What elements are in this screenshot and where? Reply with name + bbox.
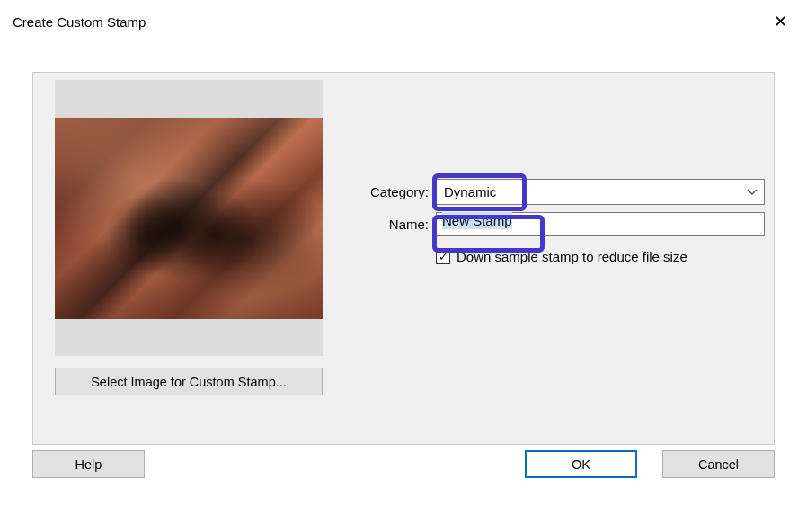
name-input[interactable]: New Stamp	[436, 212, 765, 236]
select-image-button[interactable]: Select Image for Custom Stamp...	[55, 368, 323, 395]
close-icon[interactable]: ✕	[767, 10, 794, 33]
ok-button[interactable]: OK	[525, 450, 637, 478]
stamp-preview-box	[55, 80, 323, 356]
titlebar: Create Custom Stamp ✕	[0, 0, 807, 36]
name-label: Name:	[348, 217, 429, 232]
button-row: Help OK Cancel	[32, 450, 775, 478]
cancel-button[interactable]: Cancel	[662, 450, 775, 478]
form-area: Category: Dynamic Name: New Stamp ✓ Down…	[348, 179, 765, 264]
help-button[interactable]: Help	[32, 450, 145, 478]
downsample-checkbox[interactable]: ✓	[436, 250, 450, 264]
dialog-title: Create Custom Stamp	[13, 14, 146, 30]
category-combo-wrap: Dynamic	[436, 179, 765, 205]
name-row: Name: New Stamp	[348, 212, 765, 236]
check-icon: ✓	[439, 251, 448, 262]
category-row: Category: Dynamic	[348, 179, 765, 205]
name-value: New Stamp	[442, 212, 512, 229]
category-label: Category:	[348, 184, 429, 200]
category-value: Dynamic	[444, 184, 496, 200]
stamp-preview-image	[55, 118, 323, 319]
dialog-body: Select Image for Custom Stamp... Categor…	[11, 41, 796, 482]
downsample-row: ✓ Down sample stamp to reduce file size	[436, 249, 765, 264]
downsample-label: Down sample stamp to reduce file size	[457, 249, 687, 264]
category-dropdown[interactable]: Dynamic	[436, 179, 765, 205]
inner-panel: Select Image for Custom Stamp... Categor…	[32, 72, 775, 445]
